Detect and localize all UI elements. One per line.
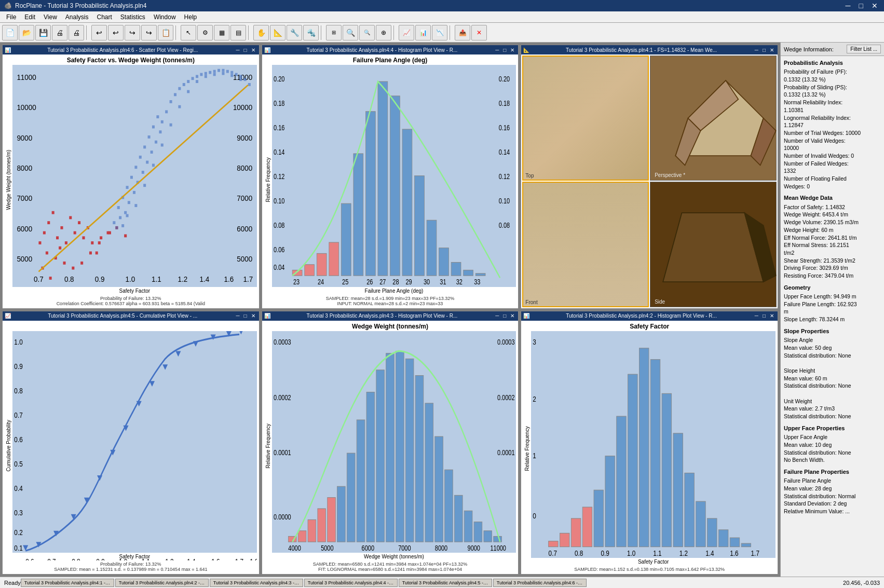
zoom-out-button[interactable]: 🔍 — [359, 25, 375, 40]
status-tab-3[interactable]: Tutorial 3 Probabilistic Analysis.pln4:3… — [210, 579, 303, 587]
cum-close[interactable]: ✕ — [250, 313, 257, 319]
histogram-fp-title-bar[interactable]: 📊 Tutorial 3 Probabilistic Analysis.pln4… — [262, 45, 519, 54]
svg-rect-63 — [124, 211, 127, 214]
svg-rect-47 — [89, 251, 92, 254]
hfp-minimize[interactable]: ─ — [494, 47, 500, 53]
top-view-label: Top — [523, 172, 536, 180]
hww-minimize[interactable]: ─ — [494, 313, 500, 319]
v3d-close[interactable]: ✕ — [768, 47, 776, 53]
status-tab-2[interactable]: Tutorial 3 Probabilistic Analysis.pln4:2… — [115, 579, 209, 587]
redo2-button[interactable]: ↪ — [141, 25, 157, 40]
toolbar-separator-5 — [393, 25, 397, 40]
menu-analysis[interactable]: Analysis — [61, 12, 93, 22]
tool3-button[interactable]: 🔧 — [287, 25, 302, 40]
menu-help[interactable]: Help — [180, 12, 201, 22]
menu-statistics[interactable]: Statistics — [116, 12, 149, 22]
svg-rect-24 — [43, 231, 46, 235]
open-button[interactable]: 📂 — [19, 25, 34, 40]
toolbar-separator-3 — [248, 25, 251, 40]
svg-text:2: 2 — [533, 394, 537, 403]
hsf-close[interactable]: ✕ — [768, 313, 776, 319]
status-tab-5[interactable]: Tutorial 3 Probabilistic Analysis.pln4:5… — [399, 579, 492, 587]
hww-x-label: Wedge Weight (tonnes/m) — [272, 553, 516, 560]
redo-button[interactable]: ↪ — [125, 25, 140, 40]
hfp-maximize[interactable]: □ — [501, 47, 508, 53]
undo2-button[interactable]: ↩ — [108, 25, 124, 40]
table-button[interactable]: ▦ — [214, 25, 229, 40]
print-button[interactable]: 🖨 — [52, 25, 67, 40]
svg-rect-239 — [572, 518, 581, 546]
svg-text:1.2: 1.2 — [165, 557, 173, 560]
hsf-minimize[interactable]: ─ — [753, 313, 760, 319]
svg-rect-23 — [38, 241, 41, 244]
close-button[interactable]: ✕ — [869, 2, 880, 10]
hsf-maximize[interactable]: □ — [761, 313, 767, 319]
status-tab-4[interactable]: Tutorial 3 Probabilistic Analysis.pln4:4… — [304, 579, 398, 587]
chart-hist-button[interactable]: 📉 — [432, 25, 447, 40]
histogram-ww-title-bar[interactable]: 📊 Tutorial 3 Probabilistic Analysis.pln4… — [262, 311, 519, 321]
tool4-button[interactable]: 🔩 — [303, 25, 319, 40]
chart-line-button[interactable]: 📈 — [399, 25, 414, 40]
new-button[interactable]: 📄 — [2, 25, 18, 40]
save-button[interactable]: 💾 — [35, 25, 51, 40]
table2-button[interactable]: ▤ — [230, 25, 246, 40]
svg-text:6000: 6000 — [237, 224, 252, 233]
hsf-plot-area: 3 2 1 0 — [531, 331, 776, 558]
view3d-icon: 📐 — [523, 47, 529, 53]
scatter-minimize[interactable]: ─ — [235, 47, 241, 53]
tool2-button[interactable]: 📐 — [270, 25, 285, 40]
v3d-minimize[interactable]: ─ — [753, 47, 760, 53]
compute-button[interactable]: ⚙ — [197, 25, 213, 40]
hww-y-label: Relative Frequency — [264, 331, 272, 561]
svg-text:0.14: 0.14 — [498, 147, 509, 156]
scatter-title-bar[interactable]: 📊 Tutorial 3 Probabilistic Analysis.pln4… — [3, 45, 259, 54]
view3d-title-bar[interactable]: 📐 Tutorial 3 Probabilistic Analysis.pln4… — [521, 45, 778, 54]
svg-rect-103 — [196, 80, 198, 83]
page-button[interactable]: 📋 — [158, 25, 173, 40]
pan-button[interactable]: ✋ — [253, 25, 269, 40]
cum-minimize[interactable]: ─ — [235, 313, 241, 319]
cumulative-title-text: Tutorial 3 Probabilistic Analysis.pln4:5… — [48, 313, 197, 319]
histogram-sf-title-bar[interactable]: 📊 Tutorial 3 Probabilistic Analysis.pln4… — [521, 311, 778, 321]
menu-edit[interactable]: Edit — [20, 12, 39, 22]
select-button[interactable]: ↖ — [181, 25, 196, 40]
zoom-in-button[interactable]: 🔍 — [343, 25, 358, 40]
zoom-fit-button[interactable]: ⊞ — [326, 25, 342, 40]
svg-rect-205 — [298, 530, 306, 541]
v3d-maximize[interactable]: □ — [761, 47, 767, 53]
chart-bar-button[interactable]: 📊 — [415, 25, 431, 40]
cum-plot-area: 1.0 0.9 0.8 0.7 0.6 0.5 0.4 0.3 0.2 0.1 — [12, 331, 257, 553]
hww-close[interactable]: ✕ — [509, 313, 516, 319]
scatter-maximize[interactable]: □ — [242, 47, 249, 53]
export-button[interactable]: 📤 — [455, 25, 470, 40]
svg-rect-35 — [63, 262, 65, 265]
close-chart-button[interactable]: ✕ — [471, 25, 487, 40]
cum-maximize[interactable]: □ — [242, 313, 249, 319]
menu-window[interactable]: Window — [149, 12, 180, 22]
cumulative-title-bar[interactable]: 📈 Tutorial 3 Probabilistic Analysis.pln4… — [3, 311, 259, 321]
svg-text:0.12: 0.12 — [498, 172, 509, 181]
view-3d-grid: Top Perspective * — [522, 56, 777, 307]
scatter-close[interactable]: ✕ — [250, 47, 257, 53]
svg-rect-216 — [405, 359, 414, 542]
hfp-close[interactable]: ✕ — [509, 47, 516, 53]
prob-analysis-items: Probability of Failure (PF): 0.1332 (13.… — [784, 68, 881, 190]
zoom-sel-button[interactable]: ⊕ — [376, 25, 391, 40]
maximize-button[interactable]: □ — [857, 2, 865, 10]
undo-button[interactable]: ↩ — [91, 25, 107, 40]
svg-rect-97 — [143, 184, 146, 187]
svg-rect-27 — [52, 211, 55, 214]
status-tabs[interactable]: Tutorial 3 Probabilistic Analysis.pln4:1… — [21, 579, 843, 587]
print2-button[interactable]: 🖨 — [69, 25, 84, 40]
minimize-button[interactable]: ─ — [844, 2, 853, 10]
filter-list-button[interactable]: Filter List ... — [847, 45, 881, 53]
menu-file[interactable]: File — [2, 12, 20, 22]
svg-rect-215 — [396, 351, 404, 542]
status-tab-1[interactable]: Tutorial 3 Probabilistic Analysis.pln4:1… — [21, 579, 114, 587]
status-tab-6[interactable]: Tutorial 3 Probabilistic Analysis.pln4:6… — [493, 579, 587, 587]
menu-chart[interactable]: Chart — [93, 12, 116, 22]
scatter-x-label: Safety Factor — [12, 287, 257, 295]
hww-maximize[interactable]: □ — [501, 313, 508, 319]
side-view: Side — [650, 182, 777, 307]
menu-view[interactable]: View — [39, 12, 61, 22]
